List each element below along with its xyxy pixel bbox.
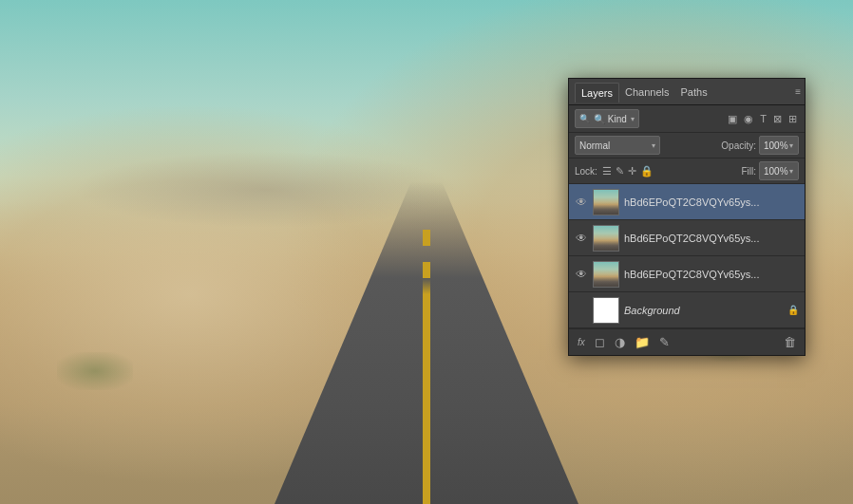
lock-transparent-icon[interactable]: ☰: [602, 165, 612, 177]
tab-channels[interactable]: Channels: [619, 83, 674, 102]
create-group-button[interactable]: 📁: [632, 333, 653, 351]
thumb-desert-2: [594, 226, 618, 251]
filter-icon-adjustment[interactable]: ◉: [742, 112, 755, 126]
layer-row[interactable]: 👁 Background 🔒: [569, 292, 805, 328]
fill-chevron: ▾: [789, 167, 793, 176]
blend-mode-chevron: ▾: [652, 141, 655, 150]
search-icon-small: 🔍: [579, 114, 590, 123]
layer-thumbnail-layer3: [593, 261, 619, 288]
blend-mode-select[interactable]: Normal ▾: [575, 136, 660, 155]
filter-icon-pixel[interactable]: ▣: [726, 112, 739, 126]
fill-label: Fill:: [741, 166, 756, 177]
layer-row[interactable]: 👁 hBd6EPoQT2C8VQYv65ys...: [569, 184, 805, 220]
layer-thumbnail-layer2: [593, 225, 619, 252]
layer-name-layer3: hBd6EPoQT2C8VQYv65ys...: [624, 269, 799, 280]
blend-mode-value: Normal: [579, 140, 610, 151]
lock-label: Lock:: [575, 166, 597, 177]
fill-value: 100%: [764, 166, 788, 177]
lock-fill-row: Lock: ☰ ✎ ✛ 🔒 Fill: 100% ▾: [569, 159, 805, 184]
vegetation-left: [57, 352, 133, 390]
add-mask-button[interactable]: ◻: [592, 333, 608, 351]
layer-name-layer1: hBd6EPoQT2C8VQYv65ys...: [624, 196, 799, 208]
opacity-label: Opacity:: [721, 140, 756, 151]
fill-group: Fill: 100% ▾: [741, 161, 799, 180]
blend-opacity-row: Normal ▾ Opacity: 100% ▾: [569, 133, 805, 159]
thumb-white: [594, 298, 618, 323]
opacity-group: Opacity: 100% ▾: [721, 136, 799, 155]
layer-thumbnail-layer1: [593, 189, 619, 215]
create-layer-button[interactable]: ✎: [656, 333, 673, 351]
kind-label: 🔍 Kind: [594, 114, 627, 124]
layer-name-background: Background: [624, 305, 783, 316]
lock-icons: ☰ ✎ ✛ 🔒: [602, 165, 654, 177]
opacity-value: 100%: [764, 140, 788, 151]
layer-row[interactable]: 👁 hBd6EPoQT2C8VQYv65ys...: [569, 220, 805, 256]
visibility-icon-layer3[interactable]: 👁: [575, 268, 588, 281]
delete-layer-button[interactable]: 🗑: [781, 333, 799, 351]
add-adjustment-button[interactable]: ◑: [612, 333, 628, 351]
tab-paths[interactable]: Paths: [675, 83, 713, 102]
kind-filter-select[interactable]: 🔍 🔍 Kind ▾: [575, 109, 639, 128]
tab-layers[interactable]: Layers: [575, 83, 619, 103]
filter-icons: ▣ ◉ T ⊠ ⊞: [726, 112, 799, 126]
visibility-icon-layer2[interactable]: 👁: [575, 232, 588, 245]
kind-dropdown-chevron: ▾: [631, 115, 635, 123]
panel-toolbar: fx ◻ ◑ 📁 ✎ 🗑: [569, 328, 805, 355]
opacity-chevron: ▾: [789, 141, 793, 150]
layers-panel: Layers Channels Paths ≡ 🔍 🔍 Kind ▾ ▣ ◉ T…: [568, 78, 806, 356]
panel-menu-button[interactable]: ≡: [795, 86, 801, 97]
layer-thumbnail-background: [593, 297, 619, 324]
fill-select[interactable]: 100% ▾: [759, 161, 799, 180]
add-style-button[interactable]: fx: [575, 335, 588, 349]
filter-row: 🔍 🔍 Kind ▾ ▣ ◉ T ⊠ ⊞: [569, 105, 805, 133]
filter-icon-smart[interactable]: ⊞: [787, 112, 799, 126]
thumb-desert-3: [594, 262, 618, 287]
panel-tabs: Layers Channels Paths ≡: [569, 79, 805, 105]
filter-icon-type[interactable]: T: [758, 112, 768, 126]
thumb-desert-1: [594, 190, 618, 215]
filter-icon-shape[interactable]: ⊠: [771, 112, 784, 126]
visibility-icon-layer1[interactable]: 👁: [575, 196, 588, 209]
lock-image-icon[interactable]: ✎: [616, 165, 624, 177]
opacity-select[interactable]: 100% ▾: [759, 136, 799, 155]
layer-row[interactable]: 👁 hBd6EPoQT2C8VQYv65ys...: [569, 256, 805, 292]
road-lines: [423, 181, 430, 504]
lock-all-icon[interactable]: 🔒: [640, 165, 654, 177]
lock-position-icon[interactable]: ✛: [628, 165, 636, 177]
layer-lock-icon: 🔒: [787, 305, 799, 315]
layer-name-layer2: hBd6EPoQT2C8VQYv65ys...: [624, 233, 799, 244]
